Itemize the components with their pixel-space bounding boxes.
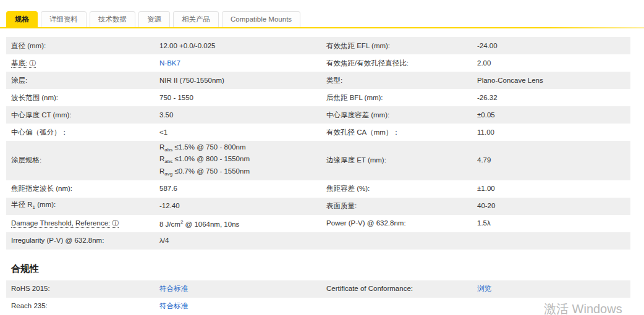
spec-value: 12.00 +0.0/-0.025 (159, 40, 321, 52)
tab-资源[interactable]: 资源 (138, 11, 170, 27)
spec-row: 焦距指定波长 (nm):587.6焦距容差 (%):±1.00 (6, 180, 630, 198)
tab-list: 规格详细资料技术数据资源相关产品Compatible Mounts (6, 11, 644, 27)
compliance-row: Reach 235:符合标准 (6, 298, 630, 315)
spec-label: 后焦距 BFL (mm): (321, 91, 472, 104)
spec-label: 有效焦距 EFL (mm): (321, 40, 472, 52)
spec-row: 基底:ⓘN-BK7有效焦距/有效孔径直径比:2.00 (6, 54, 630, 72)
spec-label: Damage Threshold, Reference:ⓘ (11, 217, 159, 230)
spec-value: -26.32 (472, 91, 630, 104)
spec-value: 2.00 (472, 57, 630, 70)
spec-label: Power (P-V) @ 632.8nm: (321, 217, 472, 230)
tab-详细资料[interactable]: 详细资料 (41, 11, 87, 27)
spec-value: 40-20 (472, 200, 630, 212)
spec-value: 11.00 (472, 126, 630, 139)
tab-accent-underline (0, 27, 644, 28)
compliance-label: RoHS 2015: (11, 282, 159, 295)
spec-row: 中心厚度 CT (mm):3.50中心厚度容差 (mm):±0.05 (6, 106, 630, 124)
spec-row: 波长范围 (nm):750 - 1550后焦距 BFL (mm):-26.32 (6, 89, 630, 106)
compliance-value-link[interactable]: 符合标准 (159, 300, 321, 313)
tab-相关产品[interactable]: 相关产品 (173, 11, 219, 27)
spec-value: 8 J/cm2 @ 1064nm, 10ns (159, 216, 321, 231)
spec-label: 焦距指定波长 (nm): (11, 182, 159, 195)
spec-label: 类型: (321, 74, 472, 87)
spec-value: 3.50 (159, 109, 321, 122)
spec-value: 587.6 (159, 182, 321, 195)
compliance-table: RoHS 2015:符合标准Certificate of Conformance… (6, 280, 630, 315)
spec-value: NIR II (750-1550nm) (159, 74, 321, 87)
spec-label: 有效孔径 CA（mm）： (321, 126, 472, 139)
compliance-row: RoHS 2015:符合标准Certificate of Conformance… (6, 280, 630, 298)
spec-value: 4.79 (472, 154, 630, 167)
spec-row: Damage Threshold, Reference:ⓘ8 J/cm2 @ 1… (6, 215, 630, 232)
tab-技术数据[interactable]: 技术数据 (90, 11, 135, 27)
spec-row: 涂层:NIR II (750-1550nm)类型:Plano-Concave L… (6, 72, 630, 89)
spec-page: 规格详细资料技术数据资源相关产品Compatible Mounts 直径 (mm… (0, 0, 644, 315)
spec-label: 波长范围 (nm): (11, 91, 159, 104)
spec-label: 中心厚度 CT (mm): (11, 109, 159, 122)
spec-table: 直径 (mm):12.00 +0.0/-0.025有效焦距 EFL (mm):-… (6, 37, 630, 250)
tab-Compatible Mounts[interactable]: Compatible Mounts (222, 11, 300, 27)
compliance-label (321, 304, 472, 308)
compliance-value-link[interactable]: 浏览 (472, 282, 630, 295)
spec-value: -24.00 (472, 40, 630, 52)
spec-row: Irregularity (P-V) @ 632.8nm:λ/4 (6, 232, 630, 250)
spec-value: <1 (159, 126, 321, 139)
spec-value: λ/4 (159, 234, 321, 247)
spec-label: 半径 R1 (mm): (11, 198, 159, 214)
spec-label: 中心厚度容差 (mm): (321, 109, 472, 122)
spec-label: 涂层: (11, 74, 159, 87)
spec-row: 中心偏（弧分）：<1有效孔径 CA（mm）：11.00 (6, 124, 630, 141)
tab-bar: 规格详细资料技术数据资源相关产品Compatible Mounts (0, 0, 644, 27)
spec-value: 1.5λ (472, 217, 630, 230)
spec-value: -12.40 (159, 200, 321, 212)
spec-value-link[interactable]: N-BK7 (159, 57, 321, 70)
spec-value: Plano-Concave Lens (472, 74, 630, 87)
compliance-label: Certificate of Conformance: (321, 282, 472, 295)
spec-label (321, 239, 472, 243)
spec-label: 表面质量: (321, 200, 472, 212)
spec-label: 边缘厚度 ET (mm): (321, 154, 472, 167)
spec-value: Rabs ≤1.5% @ 750 - 800nmRabs ≤1.0% @ 800… (159, 141, 321, 180)
info-icon[interactable]: ⓘ (29, 60, 36, 68)
compliance-value-link[interactable]: 符合标准 (159, 282, 321, 295)
spec-label: Irregularity (P-V) @ 632.8nm: (11, 234, 159, 247)
compliance-heading: 合规性 (11, 263, 644, 275)
spec-label: 焦距容差 (%): (321, 182, 472, 195)
spec-value (472, 239, 630, 243)
spec-row: 半径 R1 (mm):-12.40表面质量:40-20 (6, 198, 630, 215)
spec-label: 涂层规格: (11, 154, 159, 167)
windows-activation-watermark: 激活 Windows (544, 301, 622, 315)
spec-label: 直径 (mm): (11, 40, 159, 52)
info-icon[interactable]: ⓘ (112, 220, 119, 228)
spec-label: 中心偏（弧分）： (11, 126, 159, 139)
spec-value: ±0.05 (472, 109, 630, 122)
tab-规格[interactable]: 规格 (6, 11, 38, 27)
spec-value: 750 - 1550 (159, 91, 321, 104)
spec-label: 有效焦距/有效孔径直径比: (321, 57, 472, 70)
compliance-label: Reach 235: (11, 300, 159, 313)
spec-value: ±1.00 (472, 182, 630, 195)
spec-row: 直径 (mm):12.00 +0.0/-0.025有效焦距 EFL (mm):-… (6, 37, 630, 54)
spec-label: 基底:ⓘ (11, 57, 159, 70)
spec-row: 涂层规格:Rabs ≤1.5% @ 750 - 800nmRabs ≤1.0% … (6, 141, 630, 180)
